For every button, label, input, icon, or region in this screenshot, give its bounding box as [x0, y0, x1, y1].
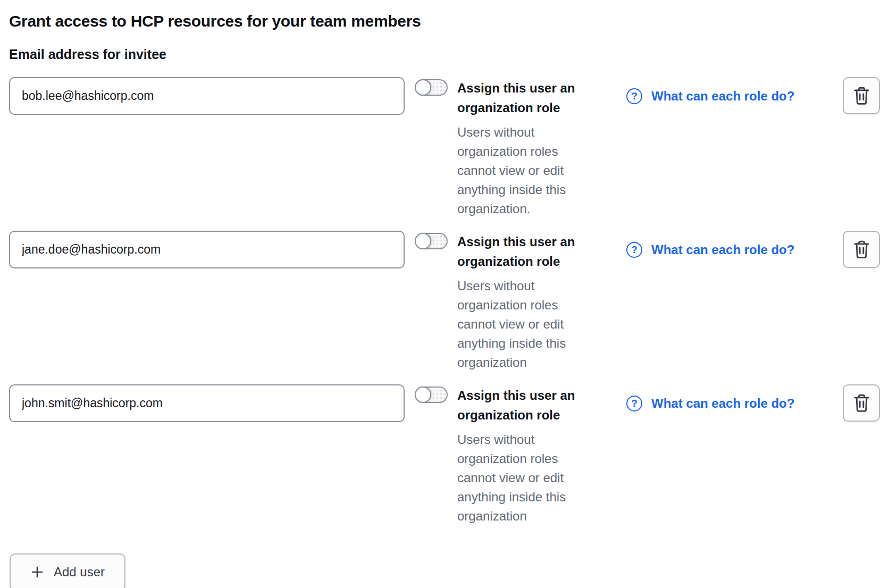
help-cell: ? What can each role do?: [626, 384, 794, 422]
org-role-toggle[interactable]: [415, 387, 448, 403]
role-help-link[interactable]: ? What can each role do?: [626, 396, 794, 411]
delete-row-button[interactable]: [843, 231, 880, 268]
role-text-block: Assign this user an organization role Us…: [457, 77, 600, 219]
role-help-link-label: What can each role do?: [651, 396, 794, 411]
trash-icon: [853, 87, 870, 105]
delete-row-button[interactable]: [843, 384, 880, 422]
invite-row: Assign this user an organization role Us…: [9, 77, 880, 219]
role-text-block: Assign this user an organization role Us…: [457, 231, 600, 372]
page-title: Grant access to HCP resources for your t…: [9, 12, 880, 31]
toggle-label: Assign this user an organization role: [457, 232, 593, 271]
org-role-toggle[interactable]: [415, 233, 448, 249]
invite-row: Assign this user an organization role Us…: [9, 384, 880, 526]
role-help-link[interactable]: ? What can each role do?: [626, 242, 794, 258]
help-cell: ? What can each role do?: [626, 77, 794, 115]
toggle-label: Assign this user an organization role: [457, 78, 593, 117]
toggle-description: Users without organization roles cannot …: [457, 276, 590, 372]
question-circle-icon: ?: [626, 396, 642, 411]
email-input[interactable]: [9, 77, 405, 115]
delete-row-button[interactable]: [843, 77, 880, 114]
invite-row: Assign this user an organization role Us…: [9, 231, 880, 372]
role-help-link[interactable]: ? What can each role do?: [626, 88, 794, 104]
add-user-button[interactable]: Add user: [10, 553, 125, 588]
invite-users-form: Grant access to HCP resources for your t…: [0, 0, 889, 588]
email-address-label: Email address for invitee: [9, 47, 880, 62]
plus-icon: [30, 565, 44, 579]
org-role-toggle[interactable]: [415, 79, 448, 96]
toggle-label: Assign this user an organization role: [457, 385, 593, 425]
trash-icon: [853, 240, 870, 259]
invite-rows: Assign this user an organization role Us…: [9, 77, 880, 526]
role-text-block: Assign this user an organization role Us…: [457, 384, 600, 526]
email-input[interactable]: [9, 384, 405, 422]
toggle-knob: [415, 79, 431, 96]
question-circle-icon: ?: [626, 88, 642, 104]
toggle-knob: [415, 233, 431, 249]
add-user-button-label: Add user: [54, 565, 105, 579]
toggle-knob: [415, 387, 431, 403]
toggle-description: Users without organization roles cannot …: [457, 430, 590, 526]
trash-icon: [853, 394, 870, 413]
role-help-link-label: What can each role do?: [651, 89, 794, 104]
toggle-description: Users without organization roles cannot …: [457, 123, 590, 219]
email-input[interactable]: [9, 231, 405, 268]
help-cell: ? What can each role do?: [626, 231, 794, 268]
question-circle-icon: ?: [626, 242, 642, 258]
role-help-link-label: What can each role do?: [651, 242, 794, 257]
